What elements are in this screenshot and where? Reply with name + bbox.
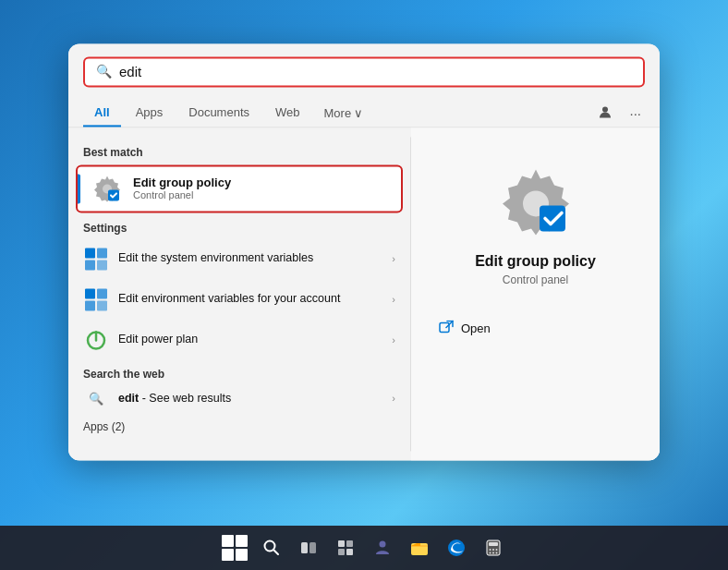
main-content: Best match Edit group policy Control pan… bbox=[68, 127, 660, 460]
svg-point-28 bbox=[448, 540, 465, 556]
taskbar-widgets-button[interactable] bbox=[331, 533, 360, 563]
tab-all[interactable]: All bbox=[83, 100, 121, 127]
svg-rect-16 bbox=[440, 322, 449, 332]
best-match-text: Edit group policy Control panel bbox=[133, 176, 386, 200]
person-icon[interactable] bbox=[594, 101, 616, 126]
search-input[interactable] bbox=[119, 64, 632, 79]
svg-point-33 bbox=[496, 549, 498, 551]
settings-item-env-account[interactable]: Edit environment variables for your acco… bbox=[68, 279, 410, 320]
settings-item-power-text: Edit power plan bbox=[118, 332, 382, 348]
best-match-label: Best match bbox=[68, 139, 410, 163]
env-sys-icon bbox=[83, 246, 109, 272]
right-pane: Edit group policy Control panel Open bbox=[411, 127, 660, 460]
open-label: Open bbox=[461, 321, 491, 335]
svg-rect-9 bbox=[97, 288, 107, 298]
tabs-row: All Apps Documents Web More ∨ ··· bbox=[68, 96, 660, 127]
web-search-label: Search the web bbox=[68, 360, 410, 384]
svg-point-0 bbox=[602, 106, 608, 112]
taskbar bbox=[0, 526, 728, 570]
chevron-right-icon-2: › bbox=[392, 294, 395, 305]
taskbar-search-button[interactable] bbox=[257, 533, 286, 563]
detail-subtitle: Control panel bbox=[503, 273, 568, 286]
svg-rect-22 bbox=[338, 540, 345, 547]
taskbar-teams-icon bbox=[372, 538, 393, 558]
search-icon: 🔍 bbox=[96, 64, 112, 79]
settings-item-env-account-title: Edit environment variables for your acco… bbox=[118, 291, 382, 308]
taskbar-edge-icon bbox=[446, 538, 467, 558]
svg-rect-7 bbox=[97, 260, 107, 270]
tabs-action-icons: ··· bbox=[594, 101, 645, 126]
svg-point-31 bbox=[490, 549, 491, 551]
taskbar-explorer-button[interactable] bbox=[405, 533, 434, 563]
svg-rect-23 bbox=[346, 540, 353, 547]
detail-icon bbox=[499, 164, 573, 238]
tab-more-label: More bbox=[324, 106, 352, 120]
search-panel: 🔍 All Apps Documents Web More ∨ ··· bbox=[68, 43, 660, 460]
best-match-item[interactable]: Edit group policy Control panel bbox=[76, 164, 403, 212]
svg-rect-24 bbox=[338, 549, 345, 555]
taskbar-calculator-icon bbox=[484, 539, 503, 557]
tab-apps[interactable]: Apps bbox=[125, 100, 175, 127]
svg-rect-25 bbox=[346, 549, 353, 555]
taskbar-calculator-button[interactable] bbox=[479, 533, 508, 563]
web-search-icon: 🔍 bbox=[83, 392, 109, 406]
more-icon[interactable]: ··· bbox=[625, 102, 645, 125]
taskbar-teams-button[interactable] bbox=[368, 533, 397, 563]
settings-item-env-sys[interactable]: Edit the system environment variables › bbox=[68, 238, 410, 279]
detail-title: Edit group policy bbox=[475, 253, 596, 270]
taskbar-widgets-icon bbox=[336, 539, 355, 557]
svg-rect-4 bbox=[85, 248, 95, 258]
chevron-right-icon-web: › bbox=[392, 393, 395, 404]
svg-rect-5 bbox=[97, 248, 107, 258]
taskbar-taskview-icon bbox=[299, 539, 318, 557]
settings-item-env-sys-title: Edit the system environment variables bbox=[118, 250, 382, 267]
windows-logo-button[interactable] bbox=[220, 533, 249, 563]
svg-point-26 bbox=[380, 541, 386, 548]
left-pane: Best match Edit group policy Control pan… bbox=[68, 127, 410, 460]
web-search-query: edit bbox=[118, 392, 139, 405]
power-icon bbox=[83, 327, 109, 353]
taskbar-explorer-icon bbox=[409, 538, 430, 558]
svg-point-34 bbox=[490, 552, 491, 554]
best-match-subtitle: Control panel bbox=[133, 189, 386, 200]
svg-point-36 bbox=[496, 552, 498, 554]
svg-rect-20 bbox=[301, 542, 308, 553]
taskbar-search-icon bbox=[262, 539, 281, 557]
search-box-area: 🔍 bbox=[68, 43, 660, 96]
web-search-suffix: - See web results bbox=[139, 392, 231, 405]
open-button[interactable]: Open bbox=[430, 314, 641, 343]
settings-item-power[interactable]: Edit power plan › bbox=[68, 320, 410, 360]
svg-rect-15 bbox=[540, 205, 565, 231]
svg-rect-10 bbox=[85, 300, 95, 310]
tab-documents[interactable]: Documents bbox=[177, 100, 261, 127]
windows-logo bbox=[222, 535, 248, 561]
settings-item-env-account-text: Edit environment variables for your acco… bbox=[118, 291, 382, 308]
svg-rect-11 bbox=[97, 300, 107, 310]
chevron-right-icon: › bbox=[392, 253, 395, 264]
svg-rect-30 bbox=[489, 542, 498, 546]
tab-more[interactable]: More ∨ bbox=[315, 101, 373, 126]
settings-item-power-title: Edit power plan bbox=[118, 332, 382, 348]
search-input-wrapper[interactable]: 🔍 bbox=[83, 56, 645, 87]
web-search-item[interactable]: 🔍 edit - See web results › bbox=[68, 384, 410, 413]
env-account-icon bbox=[83, 286, 109, 312]
settings-item-env-sys-text: Edit the system environment variables bbox=[118, 250, 382, 267]
best-match-title: Edit group policy bbox=[133, 176, 386, 189]
apps-count: Apps (2) bbox=[68, 413, 410, 444]
chevron-down-icon: ∨ bbox=[354, 106, 363, 120]
tab-web[interactable]: Web bbox=[264, 100, 311, 127]
svg-line-19 bbox=[273, 550, 278, 554]
gear-icon bbox=[92, 174, 122, 203]
open-icon bbox=[439, 320, 454, 337]
svg-rect-21 bbox=[309, 542, 316, 553]
svg-point-32 bbox=[492, 549, 494, 551]
taskbar-edge-button[interactable] bbox=[442, 533, 471, 563]
svg-rect-6 bbox=[85, 260, 95, 270]
taskbar-taskview-button[interactable] bbox=[294, 533, 323, 563]
svg-point-35 bbox=[492, 552, 494, 554]
svg-rect-8 bbox=[85, 288, 95, 298]
chevron-right-icon-3: › bbox=[392, 334, 395, 346]
settings-label: Settings bbox=[68, 214, 410, 238]
web-search-text: edit - See web results bbox=[118, 392, 382, 405]
